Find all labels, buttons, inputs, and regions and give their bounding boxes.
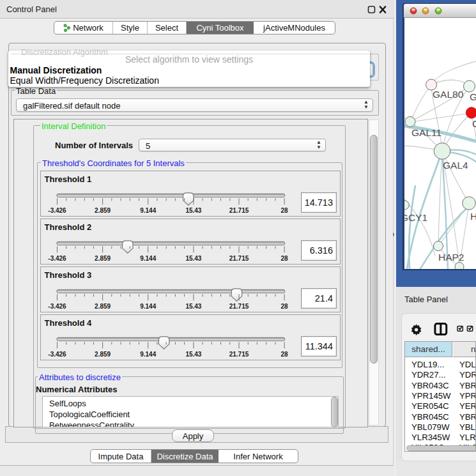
svg-text:21.715: 21.715 [229,351,249,358]
svg-text:15.43: 15.43 [185,207,201,214]
svg-text:H: H [470,211,476,222]
svg-text:GA: GA [470,91,476,102]
svg-text:GAL80: GAL80 [433,89,464,100]
svg-text:-3.426: -3.426 [48,351,66,358]
svg-text:2.859: 2.859 [95,303,111,310]
svg-text:9.144: 9.144 [140,207,156,214]
svg-text:GAL4: GAL4 [443,160,468,171]
svg-text:2.859: 2.859 [95,207,111,214]
svg-text:-3.426: -3.426 [48,255,66,262]
svg-text:28: 28 [280,207,288,214]
svg-text:9.144: 9.144 [140,303,156,310]
svg-text:2.859: 2.859 [95,255,111,262]
svg-text:GCY1: GCY1 [404,212,427,223]
svg-text:-3.426: -3.426 [48,303,66,310]
svg-text:9.144: 9.144 [140,351,156,358]
svg-text:-3.426: -3.426 [48,207,66,214]
svg-text:15.43: 15.43 [185,351,201,358]
svg-text:28: 28 [280,255,288,262]
svg-text:28: 28 [280,351,288,358]
svg-text:21.715: 21.715 [229,303,249,310]
svg-text:28: 28 [280,303,288,310]
svg-text:21.715: 21.715 [229,207,249,214]
svg-text:C: C [472,118,476,129]
svg-text:21.715: 21.715 [229,255,249,262]
svg-text:HAP2: HAP2 [438,252,464,263]
svg-text:15.43: 15.43 [185,255,201,262]
svg-text:GAL11: GAL11 [411,127,441,138]
svg-text:9.144: 9.144 [140,255,156,262]
svg-text:2.859: 2.859 [95,351,111,358]
svg-text:15.43: 15.43 [185,303,201,310]
